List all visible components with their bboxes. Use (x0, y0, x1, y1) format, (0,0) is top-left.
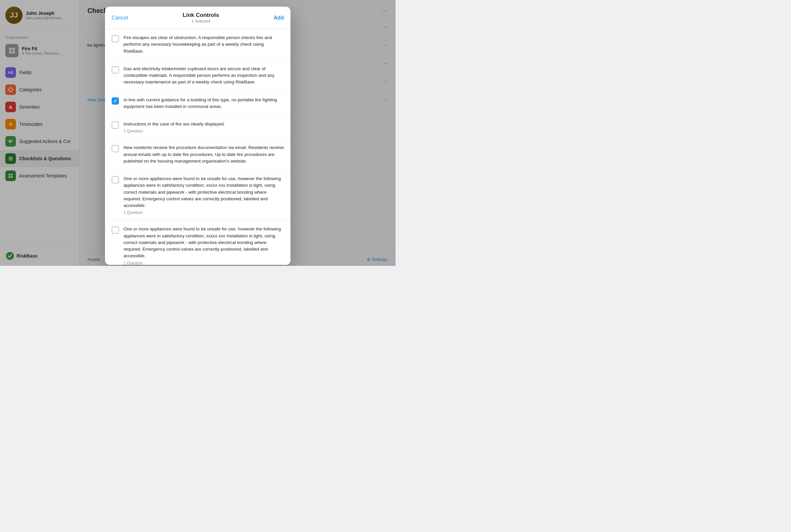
modal-list-item: Fire escapes are clear of obstruction. A… (105, 29, 291, 60)
item-main-text: Instructions in the case of fire are cle… (124, 121, 284, 128)
modal-subtitle: 1 Selected (183, 19, 219, 23)
checkbox-item-1[interactable] (112, 66, 119, 74)
modal-dialog: Cancel Link Controls 1 Selected Add Fire… (105, 7, 291, 265)
checkbox-wrap (112, 226, 119, 234)
item-text-block: Gas and electricity intake/meter cupboar… (124, 65, 284, 86)
add-button[interactable]: Add (274, 15, 284, 21)
checkbox-wrap (112, 121, 119, 129)
item-text-block: Fire escapes are clear of obstruction. A… (124, 34, 284, 55)
checkbox-item-4[interactable] (112, 145, 119, 152)
checkbox-wrap (112, 176, 119, 184)
modal-overlay: Cancel Link Controls 1 Selected Add Fire… (0, 0, 396, 266)
checkbox-item-2[interactable] (112, 97, 119, 104)
item-sub-text: 1 Question (124, 129, 284, 133)
item-text-block: New residents receive fire procedure doc… (124, 144, 284, 165)
checkbox-wrap (112, 97, 119, 104)
item-main-text: New residents receive fire procedure doc… (124, 144, 284, 165)
item-main-text: In line with current guidance for a buil… (124, 97, 284, 110)
item-main-text: One or more appliances were found to be … (124, 175, 284, 209)
modal-title: Link Controls (183, 12, 219, 19)
item-text-block: One or more appliances were found to be … (124, 175, 284, 215)
checkbox-wrap (112, 35, 119, 42)
modal-list-item: One or more appliances were found to be … (105, 170, 291, 221)
item-text-block: One or more appliances were found to be … (124, 226, 284, 265)
checkbox-wrap (112, 66, 119, 74)
item-main-text: Gas and electricity intake/meter cupboar… (124, 65, 284, 86)
modal-list-item: Instructions in the case of fire are cle… (105, 116, 291, 139)
modal-title-block: Link Controls 1 Selected (183, 12, 219, 23)
modal-header: Cancel Link Controls 1 Selected Add (105, 7, 291, 29)
modal-list-item: In line with current guidance for a buil… (105, 91, 291, 116)
item-text-block: In line with current guidance for a buil… (124, 97, 284, 110)
item-sub-text: 1 Question (124, 261, 284, 265)
item-sub-text: 1 Question (124, 210, 284, 215)
modal-list-item: Gas and electricity intake/meter cupboar… (105, 60, 291, 91)
checkbox-item-6[interactable] (112, 226, 119, 234)
checkbox-item-5[interactable] (112, 176, 119, 184)
item-text-block: Instructions in the case of fire are cle… (124, 121, 284, 133)
modal-list-item: New residents receive fire procedure doc… (105, 139, 291, 170)
checkbox-wrap (112, 145, 119, 152)
item-main-text: Fire escapes are clear of obstruction. A… (124, 34, 284, 55)
checkbox-item-3[interactable] (112, 121, 119, 129)
modal-list-item: One or more appliances were found to be … (105, 221, 291, 265)
modal-body: Fire escapes are clear of obstruction. A… (105, 29, 291, 265)
cancel-button[interactable]: Cancel (112, 15, 128, 21)
item-main-text: One or more appliances were found to be … (124, 226, 284, 259)
checkbox-item-0[interactable] (112, 35, 119, 42)
